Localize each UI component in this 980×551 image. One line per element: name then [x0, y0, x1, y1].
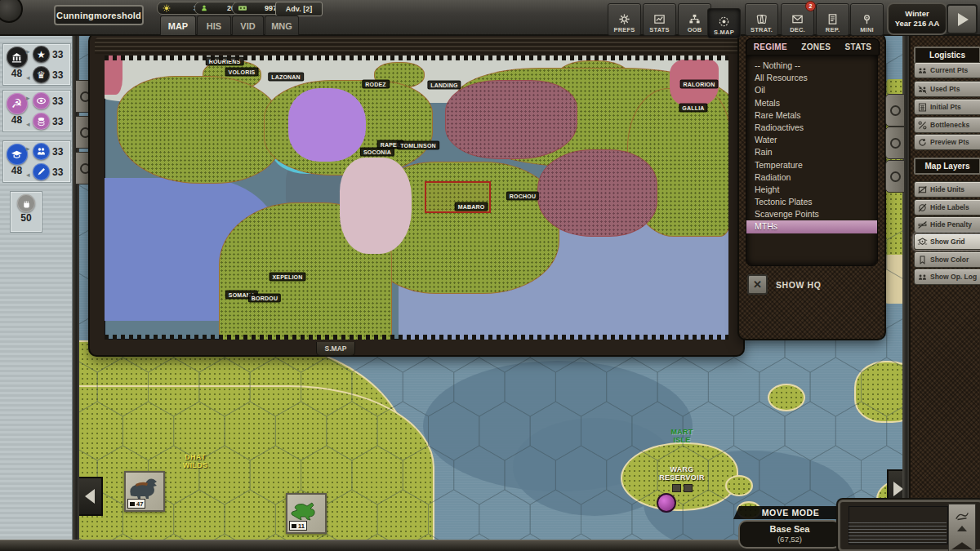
slash-square-icon [917, 184, 928, 195]
reports-button[interactable]: REP. [816, 3, 849, 36]
mini-button[interactable]: MINI [850, 3, 884, 36]
side-tab-right-2[interactable] [885, 127, 905, 159]
smap-label: RALORION [680, 80, 719, 89]
hex-grid-icon [917, 237, 928, 247]
game-screen: DHAT WILDS MART ISLE WARG RESERVOIR 47 [0, 0, 980, 551]
layer-item[interactable]: Oil [746, 84, 877, 96]
stat-group-power[interactable]: 50 [10, 191, 42, 233]
end-turn-button[interactable] [947, 4, 978, 34]
show-hq-checkbox[interactable]: ✕ [747, 274, 768, 295]
button-label: Hide Penalty [930, 220, 972, 229]
bottlenecks-button[interactable]: Bottlenecks [914, 117, 980, 133]
stat-value: 33 [52, 69, 63, 81]
tab-his[interactable]: HIS [197, 16, 231, 35]
tab-vid[interactable]: VID [232, 16, 264, 35]
pink-region [340, 158, 412, 254]
used-pts-button[interactable]: Used Pts [914, 81, 980, 97]
layer-item[interactable]: Water [746, 134, 877, 146]
layer-item[interactable]: Radiation [746, 171, 877, 184]
scroll-left-button[interactable] [77, 477, 103, 516]
stat-value: 33 [52, 49, 63, 60]
unit-token-purple[interactable] [657, 493, 676, 513]
strat-button[interactable]: STRAT. [745, 3, 778, 36]
stat-value: 33 [52, 167, 63, 178]
tab-regime[interactable]: REGIME [754, 42, 787, 51]
oob-button[interactable]: OOB [678, 3, 711, 36]
layer-list: -- Nothing -- All Resources Oil Metals R… [746, 55, 878, 266]
button-label: STATS [649, 26, 669, 33]
hide-penalty-button[interactable]: Hide Penalty [914, 216, 980, 233]
button-label: Preview Pts [930, 138, 969, 146]
unit-tile-predator[interactable]: 47 [124, 471, 165, 512]
refresh-icon [917, 137, 928, 148]
unit-count-badge: 47 [127, 499, 145, 509]
stat-sub: 33 [30, 111, 70, 131]
stat-group-government[interactable]: 48 ★ 33 ♛ 33 ▸ ◂ [2, 43, 71, 86]
stat-value: 48 [11, 114, 22, 126]
show-color-button[interactable]: Show Color [914, 251, 980, 268]
panel-tab-bar: REGIME ZONES STATS [746, 38, 880, 56]
stat-group-labor[interactable]: ☭ 48 33 33 ▸ ◂ [2, 90, 71, 132]
button-label: Bottlenecks [930, 121, 969, 129]
layer-item[interactable]: Metals [746, 97, 877, 109]
smap-label: VOLORIS [225, 68, 259, 77]
stat-value: 33 [52, 146, 63, 158]
flow-arrow-icon: ▸ [26, 47, 30, 56]
smap-label: LANDING [427, 81, 461, 90]
show-op-log-button[interactable]: Show Op. Log [914, 269, 980, 285]
tab-stats[interactable]: STATS [845, 42, 872, 51]
crown-icon: ♛ [33, 66, 50, 83]
play-icon [958, 13, 969, 26]
show-grid-button[interactable]: Show Grid [914, 233, 980, 250]
fist-icon [17, 194, 35, 212]
unit-bookmark-tab[interactable] [948, 504, 976, 551]
layer-item[interactable]: Rain [746, 146, 877, 158]
layer-item[interactable]: Rare Metals [746, 109, 877, 122]
layer-item[interactable]: Radioactives [746, 122, 877, 134]
stat-group-education[interactable]: 48 33 33 ▸ ◂ [2, 140, 71, 183]
tab-zones[interactable]: ZONES [801, 42, 831, 51]
bookmark-icon [917, 255, 928, 265]
region-label-dhat-wilds: DHAT WILDS [183, 453, 208, 470]
hex-coordinates: (67,52) [777, 535, 802, 544]
calculator-icon [917, 102, 928, 113]
side-tab-right-3[interactable] [885, 160, 905, 193]
stats-button[interactable]: STATS [643, 3, 676, 36]
layer-item[interactable]: Temperature [746, 159, 877, 171]
slash-bar-icon [917, 220, 928, 230]
hide-units-button[interactable]: Hide Units [914, 181, 980, 198]
tab-mng[interactable]: MNG [265, 16, 299, 35]
smap-window-tab[interactable]: S.MAP [316, 342, 355, 356]
layer-item[interactable]: -- Nothing -- [746, 60, 877, 72]
strategic-map-frame: ROURIENS VOLORIS LAZONAN RODEZ LANDING R… [90, 34, 743, 355]
button-label: PREFS [613, 26, 635, 33]
layer-item[interactable]: Scavenge Points [746, 208, 877, 220]
layer-item-selected[interactable]: MTHs [746, 220, 877, 233]
regime-title: Cunningmoreshold [54, 5, 144, 25]
decisions-button[interactable]: DEC. 2 [781, 3, 814, 36]
landmass-northwest [117, 76, 282, 184]
strategic-map-canvas[interactable]: ROURIENS VOLORIS LAZONAN RODEZ LANDING R… [105, 56, 728, 340]
creature-scribble-icon [954, 509, 970, 522]
chart-icon [653, 11, 666, 26]
layer-item[interactable]: Tectonic Plates [746, 196, 877, 208]
building-icon [672, 484, 681, 492]
label-line: DHAT [183, 453, 208, 461]
layer-item[interactable]: Height [746, 184, 877, 196]
initial-pts-button[interactable]: Initial Pts [914, 99, 980, 115]
advisor-button[interactable]: Adv. [2] [275, 2, 323, 16]
label-line: RESERVOIR [659, 473, 705, 482]
button-label: Show Color [930, 256, 969, 264]
side-tab-right-1[interactable] [885, 94, 905, 127]
current-pts-button[interactable]: Current Pts [914, 62, 980, 78]
hide-labels-button[interactable]: Hide Labels [914, 199, 980, 216]
unit-tile-lizard[interactable]: 11 [286, 493, 327, 534]
layer-item[interactable]: All Resources [746, 72, 877, 84]
terrain-preview-panel[interactable] [838, 500, 980, 551]
tab-map[interactable]: MAP [160, 16, 196, 35]
globe-icon [718, 14, 730, 29]
preview-pts-button[interactable]: Preview Pts [914, 134, 980, 150]
smap-button[interactable]: S.MAP [707, 8, 741, 38]
prefs-button[interactable]: PREFS [608, 3, 641, 36]
label-line: ISLE [670, 436, 693, 444]
